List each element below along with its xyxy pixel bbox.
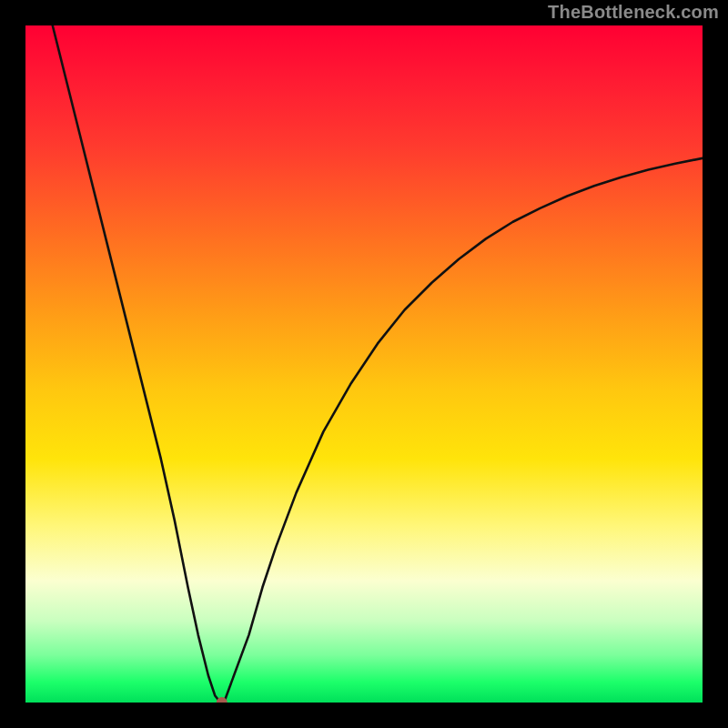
bottleneck-curve <box>53 25 703 703</box>
plot-area <box>25 25 703 703</box>
watermark-text: TheBottleneck.com <box>548 2 719 23</box>
curve-layer <box>25 25 703 703</box>
chart-container: TheBottleneck.com <box>0 0 728 728</box>
